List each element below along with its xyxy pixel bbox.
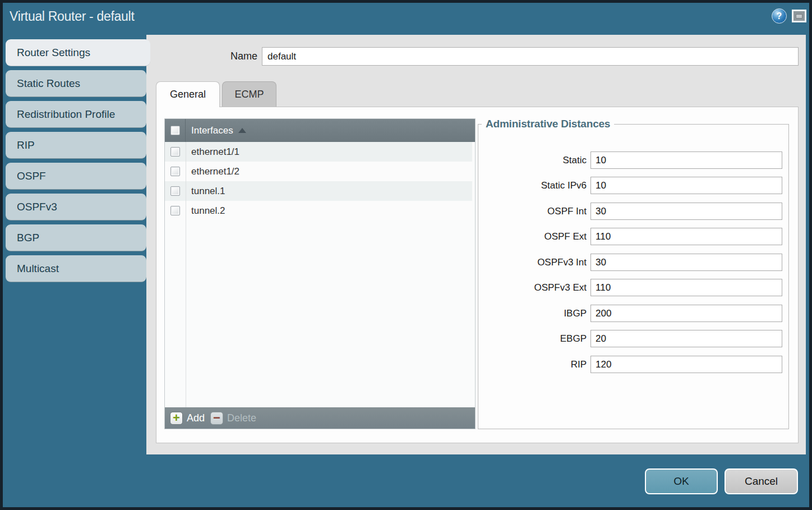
admin-distances-legend: Administrative Distances: [482, 118, 614, 130]
sidebar-item-static-routes[interactable]: Static Routes: [6, 70, 146, 97]
cancel-button[interactable]: Cancel: [725, 468, 798, 494]
table-row-ethernet1-2[interactable]: ethernet1/2: [165, 162, 472, 181]
field-row: IBGP: [478, 305, 788, 322]
ibgp-label: IBGP: [478, 305, 587, 322]
row-checkbox-cell: [165, 186, 186, 196]
interfaces-table: Interfaces ethernet1/1 ethernet1/2 tunne…: [164, 118, 476, 429]
table-row-tunnel-2[interactable]: tunnel.2: [165, 201, 472, 220]
ospfv3-ext-label: OSPFv3 Ext: [478, 279, 587, 296]
table-row-ethernet1-1[interactable]: ethernet1/1: [165, 142, 472, 162]
sidebar-item-router-settings[interactable]: Router Settings: [6, 39, 150, 66]
dialog-title: Virtual Router - default: [10, 9, 135, 24]
sidebar-item-label: Multicast: [17, 263, 59, 275]
column-divider: [186, 142, 186, 407]
row-checkbox-cell: [165, 147, 186, 157]
row-checkbox[interactable]: [170, 186, 180, 196]
virtual-router-dialog: Virtual Router - default ? Router Settin…: [0, 0, 812, 510]
sidebar-item-label: Redistribution Profile: [17, 108, 115, 121]
ospf-ext-label: OSPF Ext: [478, 228, 587, 245]
interface-name: ethernet1/1: [191, 146, 239, 158]
ospfv3-int-label: OSPFv3 Int: [478, 254, 587, 271]
sidebar-item-redistribution-profile[interactable]: Redistribution Profile: [6, 101, 146, 128]
sidebar-item-rip[interactable]: RIP: [6, 132, 146, 159]
ok-button[interactable]: OK: [645, 468, 718, 494]
select-all-cell: [165, 119, 186, 142]
field-row: RIP: [478, 356, 788, 373]
window-dock-icon[interactable]: [792, 10, 806, 22]
static-ipv6-label: Static IPv6: [478, 177, 587, 194]
sort-ascending-icon: [238, 128, 246, 133]
sidebar-item-ospfv3[interactable]: OSPFv3: [6, 194, 146, 220]
rip-label: RIP: [478, 356, 587, 373]
ok-button-label: OK: [673, 475, 689, 488]
row-checkbox[interactable]: [170, 147, 180, 157]
tab-label: General: [170, 89, 206, 100]
field-row: Static: [478, 151, 788, 169]
sidebar-item-label: BGP: [17, 232, 39, 244]
delete-button[interactable]: − Delete: [210, 412, 256, 425]
plus-icon: +: [170, 412, 183, 425]
field-row: OSPFv3 Ext: [478, 279, 788, 296]
help-glyph: ?: [777, 11, 782, 21]
ibgp-distance-input[interactable]: [590, 305, 782, 322]
row-checkbox-cell: [165, 206, 186, 215]
field-row: EBGP: [478, 330, 788, 347]
ebgp-distance-input[interactable]: [590, 330, 782, 347]
sidebar: Router Settings Static Routes Redistribu…: [6, 39, 146, 282]
rip-distance-input[interactable]: [590, 356, 782, 373]
sidebar-item-label: OSPF: [17, 170, 46, 182]
tab-label: ECMP: [234, 89, 264, 100]
interfaces-header-label: Interfaces: [191, 125, 233, 136]
interface-name: tunnel.1: [191, 186, 225, 197]
field-row: OSPF Ext: [478, 228, 788, 245]
sidebar-item-multicast[interactable]: Multicast: [6, 255, 146, 282]
sidebar-item-label: RIP: [17, 139, 35, 151]
ospf-int-distance-input[interactable]: [590, 203, 782, 220]
static-distance-input[interactable]: [590, 151, 782, 169]
add-button-label: Add: [187, 412, 205, 424]
table-toolbar: + Add − Delete: [165, 407, 475, 429]
table-row-tunnel-1[interactable]: tunnel.1: [165, 181, 472, 201]
ospf-int-label: OSPF Int: [478, 203, 587, 220]
row-checkbox[interactable]: [170, 206, 180, 215]
interface-name: tunnel.2: [191, 205, 225, 217]
row-checkbox[interactable]: [170, 167, 180, 176]
field-row: Static IPv6: [478, 177, 788, 194]
sidebar-item-ospf[interactable]: OSPF: [6, 163, 146, 190]
static-ipv6-distance-input[interactable]: [590, 177, 782, 194]
tab-ecmp[interactable]: ECMP: [222, 81, 276, 107]
sidebar-item-label: Router Settings: [17, 47, 90, 59]
name-label: Name: [168, 50, 257, 62]
add-button[interactable]: + Add: [170, 412, 205, 425]
static-label: Static: [478, 151, 587, 169]
help-icon[interactable]: ?: [772, 8, 787, 24]
ospfv3-ext-distance-input[interactable]: [590, 279, 782, 296]
sidebar-item-label: OSPFv3: [17, 201, 57, 213]
sidebar-item-label: Static Routes: [17, 77, 80, 90]
interfaces-header[interactable]: Interfaces: [165, 119, 475, 142]
interfaces-body: ethernet1/1 ethernet1/2 tunnel.1 tunnel.…: [165, 142, 475, 407]
row-checkbox-cell: [165, 167, 186, 176]
ospf-ext-distance-input[interactable]: [590, 228, 782, 245]
interface-name: ethernet1/2: [191, 166, 239, 177]
window-dock-icon-inner: [796, 14, 802, 19]
ospfv3-int-distance-input[interactable]: [590, 254, 782, 271]
tab-general[interactable]: General: [156, 81, 220, 107]
cancel-button-label: Cancel: [745, 475, 778, 488]
field-row: OSPF Int: [478, 203, 788, 220]
name-input[interactable]: [262, 47, 799, 66]
ebgp-label: EBGP: [478, 330, 587, 347]
sidebar-item-bgp[interactable]: BGP: [6, 224, 146, 251]
delete-button-label: Delete: [227, 412, 256, 424]
field-row: OSPFv3 Int: [478, 254, 788, 271]
admin-distances-fieldset: Administrative Distances Static Static I…: [478, 118, 789, 429]
select-all-checkbox[interactable]: [170, 126, 180, 135]
minus-icon: −: [210, 412, 223, 425]
